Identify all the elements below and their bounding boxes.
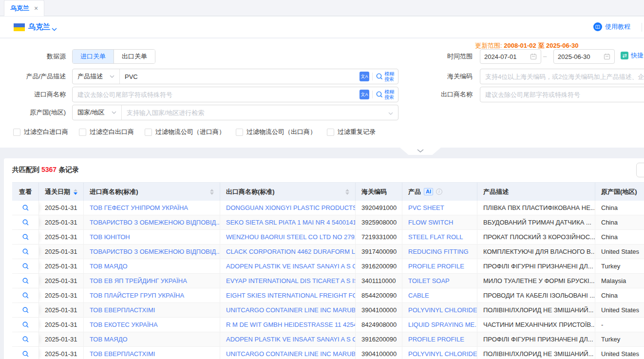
date-from-input[interactable] [480, 49, 541, 64]
exporter-link[interactable]: CLACK CORPORATION 4462 DURAFORM L... [220, 245, 356, 259]
product-link[interactable]: PROFILE PROFILE [402, 332, 477, 346]
col-header-date[interactable]: 通关日期 [39, 183, 84, 201]
exporter-link[interactable]: UNITCARGO CONTAINER LINE INC MARUB... [220, 347, 356, 359]
product-link[interactable]: POLYVINYL CHLORIDE [402, 347, 477, 359]
hs-code-input-field[interactable] [480, 73, 644, 80]
product-link[interactable]: FLOW SWITCH [402, 215, 477, 229]
product-link[interactable]: TOILET SOAP [402, 274, 477, 288]
sort-icons[interactable] [74, 189, 77, 195]
product-link[interactable]: CABLE [402, 288, 477, 302]
date-cell: 2025-01-31 [39, 332, 84, 346]
checkbox-icon[interactable] [327, 129, 334, 136]
tab-import-declarations[interactable]: 进口关单 [73, 50, 114, 63]
chevron-down-icon [417, 149, 424, 153]
filter-checkbox[interactable]: 过滤物流公司（进口商） [145, 128, 225, 136]
importer-link[interactable]: ТОВ МАЯДО [84, 259, 220, 273]
importer-link[interactable]: ТОВ ПЛАЙСТЕР ГРУП УКРАЇНА [84, 288, 220, 302]
exporter-link[interactable]: EIGHT SKIES INTERNATIONAL FREIGHT FOR... [220, 288, 356, 302]
importer-link[interactable]: ТОВ МАЯДО [84, 332, 220, 346]
date-cell: 2025-01-31 [39, 245, 84, 259]
filter-checkbox[interactable]: 过滤空白进口商 [13, 128, 68, 136]
product-field-select[interactable]: 产品描述 [73, 69, 120, 84]
product-search-group: 产品描述 文A 模糊搜索 [72, 69, 398, 84]
sort-icons[interactable] [210, 189, 214, 195]
description-cell: ПРОВОДИ ТА КАБЕЛІ ІЗОЛЬОВАНІ ... [477, 288, 595, 302]
filter-checkbox[interactable]: 过滤物流公司（出口商） [236, 128, 316, 136]
date-to-value[interactable] [558, 53, 601, 60]
checkbox-icon[interactable] [79, 129, 86, 136]
importer-name-input[interactable] [73, 91, 360, 98]
origin-country-input[interactable] [122, 109, 388, 116]
update-range-from: 2008-01-02 [504, 42, 536, 49]
translate-icon[interactable]: 文A [360, 90, 369, 99]
filter-checkbox[interactable]: 过滤重复记录 [327, 128, 376, 136]
importer-link[interactable]: ТОВАРИСТВО З ОБМЕЖЕНОЮ ВІДПОВІД... [84, 245, 220, 259]
filter-checkbox[interactable]: 过滤空白出口商 [79, 128, 134, 136]
exporter-link[interactable]: ADOPEN PLASTIK VE INSAAT SANAYI A S O... [220, 259, 356, 273]
view-record-button[interactable] [12, 288, 39, 302]
view-record-button[interactable] [12, 230, 39, 244]
description-cell: ЧАСТИНИ МЕХАНІЧНИХ ПРИСТОЇВ... [477, 318, 595, 332]
importer-link[interactable]: ТОВАРИСТВО З ОБМЕЖЕНОЮ ВІДПОВІД... [84, 215, 220, 229]
tab-ukraine[interactable]: 乌克兰 × [4, 0, 44, 16]
checkbox-icon[interactable] [145, 129, 152, 136]
col-header-exporter[interactable]: 出口商名称(标准) [220, 183, 356, 201]
date-to-input[interactable] [553, 49, 615, 64]
quick-select-button[interactable]: ⇄ 快捷 [621, 51, 644, 60]
hs-code-input[interactable] [480, 69, 644, 84]
exporter-link[interactable]: DONGGUAN XIONGYI PLASTIC PRODUCTS ... [220, 201, 356, 215]
translate-icon[interactable]: 文A [360, 72, 369, 81]
collapse-panel-button[interactable] [400, 148, 441, 155]
importer-link[interactable]: ТОВ ЕВЕРПЛАСТХІМІ [84, 347, 220, 359]
chevron-down-icon[interactable] [388, 109, 398, 116]
fuzzy-search-button[interactable]: 模糊搜索 [376, 89, 395, 100]
exporter-link[interactable]: EVYAP INTERNATIONAL DIS TICARET A S IS..… [220, 274, 356, 288]
checkbox-icon[interactable] [236, 129, 243, 136]
checkbox-icon[interactable] [13, 129, 20, 136]
fuzzy-search-button[interactable]: 模糊搜索 [376, 71, 395, 82]
table-settings-button[interactable] [636, 163, 644, 177]
col-header-importer[interactable]: 进口商名称(标准) [84, 183, 220, 201]
search-icon [22, 292, 29, 299]
view-record-button[interactable] [12, 259, 39, 273]
product-link[interactable]: PVC SHEET [402, 201, 477, 215]
exporter-link[interactable]: ADOPEN PLASTIK VE INSAAT SANAYI A S O... [220, 332, 356, 346]
view-record-button[interactable] [12, 347, 39, 359]
sort-icons[interactable] [345, 189, 349, 195]
importer-link[interactable]: ТОВ ЕВ ЯП ТРЕЙДИНГ УКРАЇНА [84, 274, 220, 288]
search-icon [22, 306, 29, 314]
exporter-link[interactable]: UNITCARGO CONTAINER LINE INC MARUB... [220, 303, 356, 317]
view-record-button[interactable] [12, 274, 39, 288]
importer-link[interactable]: ТОВ ЕВЕРПЛАСТХІМІ [84, 303, 220, 317]
exporter-link[interactable]: R M DE WIT GMBH HEIDESTRASSE 11 4254... [220, 318, 356, 332]
exporter-link[interactable]: SEKO SIETA SRL PIATA 1 MAI NR 4 5400141 … [220, 215, 356, 229]
product-link[interactable]: PROFILE PROFILE [402, 259, 477, 273]
description-cell: ПОЛІВІНІЛХЛОРИД НЕ ЗМІШАНИЙ... [477, 303, 595, 317]
tab-export-declarations[interactable]: 出口关单 [114, 50, 155, 63]
product-link[interactable]: REDUCING FITTING [402, 245, 477, 259]
importer-link[interactable]: ТОВ ГЕФЕСТ УНІПРОМ УКРАЇНА [84, 201, 220, 215]
tutorial-button[interactable]: 使用教程 [593, 22, 630, 31]
view-record-button[interactable] [12, 215, 39, 229]
view-record-button[interactable] [12, 318, 39, 332]
view-record-button[interactable] [12, 201, 39, 215]
date-cell: 2025-01-31 [39, 303, 84, 317]
product-link[interactable]: STEEL FLAT ROLL [402, 230, 477, 244]
exporter-name-input[interactable] [480, 87, 644, 102]
importer-link[interactable]: ТОВ ЕКОТЕС УКРАЇНА [84, 318, 220, 332]
product-link[interactable]: LIQUID SPRAYING ME... [402, 318, 477, 332]
product-link[interactable]: POLYVINYL CHLORIDE [402, 303, 477, 317]
exporter-name-input-field[interactable] [480, 91, 644, 98]
exporter-link[interactable]: WENZHOU BAORUI STEEL CO LTD NO 2792... [220, 230, 356, 244]
product-search-input[interactable] [120, 73, 360, 80]
view-record-button[interactable] [12, 303, 39, 317]
origin-type-select[interactable]: 国家/地区 [73, 105, 122, 120]
info-icon[interactable]: i [436, 189, 442, 195]
importer-link[interactable]: ТОВ ЮНІТОН [84, 230, 220, 244]
view-record-button[interactable] [12, 245, 39, 259]
view-record-button[interactable] [12, 332, 39, 346]
tab-close-icon[interactable]: × [34, 5, 38, 12]
date-from-value[interactable] [484, 53, 527, 60]
result-count-prefix: 共匹配到 [12, 166, 39, 173]
country-chevron-down-icon[interactable] [52, 25, 57, 33]
